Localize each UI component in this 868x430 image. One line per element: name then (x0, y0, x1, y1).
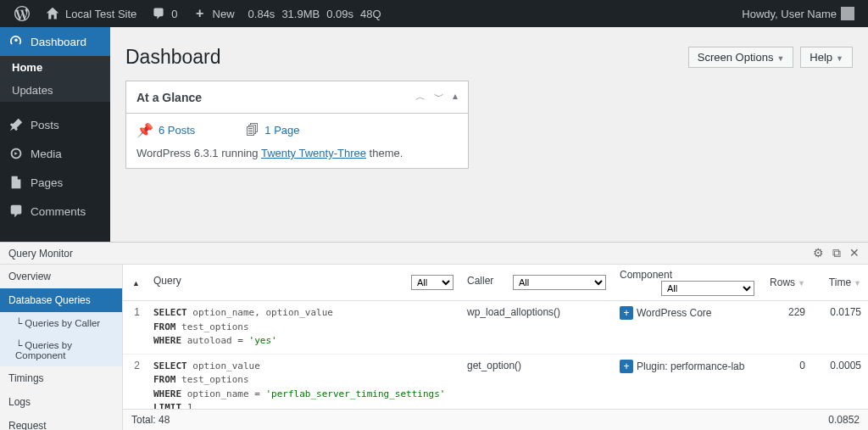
component-filter-select[interactable]: All (661, 281, 754, 296)
menu-dashboard[interactable]: Dashboard (0, 27, 110, 56)
site-name-link[interactable]: Local Test Site (37, 0, 143, 27)
comments-link[interactable]: 0 (143, 0, 184, 27)
col-component: Component All (613, 265, 761, 301)
move-up-icon[interactable]: ︿ (415, 90, 426, 104)
table-row: 1SELECT option_name, option_value FROM t… (123, 301, 868, 355)
qm-db-time: 0.09s (326, 8, 353, 20)
qm-query-count: 48Q (360, 8, 381, 20)
comment-icon (150, 5, 167, 22)
menu-dashboard-label: Dashboard (31, 36, 86, 48)
new-label: New (213, 8, 235, 20)
page-title: Dashboard (125, 46, 221, 69)
gear-icon[interactable]: ⚙ (813, 246, 824, 260)
menu-posts-label: Posts (31, 119, 59, 131)
qm-total: Total: 48 (131, 414, 170, 426)
row-rows: 0 (761, 354, 812, 409)
qm-summary[interactable]: 0.84s 31.9MB 0.09s 48Q (242, 0, 388, 27)
caller-filter-select[interactable]: All (513, 275, 606, 290)
col-index[interactable]: ▲ (123, 265, 147, 301)
menu-posts[interactable]: Posts (0, 110, 110, 139)
menu-comments-label: Comments (31, 205, 86, 218)
howdy-text: Howdy, User Name (742, 8, 837, 20)
comments-icon (8, 204, 24, 219)
maximize-icon[interactable]: ⧉ (832, 246, 841, 260)
menu-comments[interactable]: Comments (0, 197, 110, 226)
sort-icon: ▲ (132, 279, 140, 288)
user-menu[interactable]: Howdy, User Name (735, 0, 861, 27)
submenu-updates[interactable]: Updates (0, 79, 110, 102)
qm-nav-timings[interactable]: Timings (0, 366, 122, 390)
pin-icon: 📌 (136, 122, 153, 138)
qm-memory: 31.9MB (281, 8, 320, 20)
col-time[interactable]: Time▼ (812, 265, 868, 301)
expand-icon[interactable]: + (620, 360, 633, 373)
qm-time: 0.84s (248, 8, 275, 20)
row-index: 2 (123, 354, 147, 409)
sort-icon: ▼ (798, 279, 805, 288)
submenu-home[interactable]: Home (0, 56, 110, 79)
dashboard-icon (8, 34, 24, 49)
comments-count: 0 (171, 8, 177, 20)
qm-nav-logs[interactable]: Logs (0, 390, 122, 414)
new-content-link[interactable]: +New (185, 0, 242, 27)
qm-queries-table: ▲ Query All Caller All Component All Row… (123, 265, 868, 409)
move-down-icon[interactable]: ﹀ (434, 90, 444, 104)
menu-pages[interactable]: Pages (0, 168, 110, 197)
row-caller: wp_load_alloptions() (460, 301, 613, 355)
wordpress-icon (14, 5, 31, 22)
expand-icon[interactable]: + (620, 306, 633, 320)
row-time: 0.0175 (812, 301, 868, 355)
row-query: SELECT option_value FROM test_options WH… (147, 354, 460, 409)
qm-nav-request[interactable]: Request (0, 414, 122, 430)
row-component: +Plugin: performance-lab (613, 354, 761, 409)
at-a-glance-widget: At a Glance ︿ ﹀ ▴ 📌6 Posts 🗐1 Page WordP… (125, 81, 469, 169)
row-time: 0.0005 (812, 354, 868, 409)
query-monitor-panel: Query Monitor ⚙ ⧉ ✕ Overview Database Qu… (0, 242, 868, 430)
theme-link[interactable]: Twenty Twenty-Three (261, 147, 366, 159)
qm-sidebar: Overview Database Queries └ Queries by C… (0, 265, 123, 430)
menu-media-label: Media (31, 148, 62, 160)
menu-pages-label: Pages (31, 176, 63, 189)
row-query: SELECT option_name, option_value FROM te… (147, 301, 460, 355)
table-row: 2SELECT option_value FROM test_options W… (123, 354, 868, 409)
media-icon (8, 146, 24, 161)
menu-media[interactable]: Media (0, 139, 110, 168)
row-component: +WordPress Core (613, 301, 761, 355)
widget-title: At a Glance (136, 91, 202, 104)
site-name: Local Test Site (65, 8, 136, 20)
glance-posts-link[interactable]: 📌6 Posts (136, 122, 195, 138)
query-filter-select[interactable]: All (411, 275, 453, 290)
pin-icon (8, 117, 24, 132)
admin-bar: Local Test Site 0 +New 0.84s 31.9MB 0.09… (0, 0, 868, 27)
qm-nav-queries-by-component[interactable]: └ Queries by Component (0, 334, 122, 366)
wp-version-text: WordPress 6.3.1 running Twenty Twenty-Th… (136, 147, 458, 159)
qm-nav-overview[interactable]: Overview (0, 265, 122, 288)
chevron-down-icon: ▼ (776, 54, 784, 63)
wp-logo[interactable] (7, 0, 37, 27)
row-rows: 229 (761, 301, 812, 355)
collapse-icon[interactable]: ▴ (453, 90, 458, 104)
help-button[interactable]: Help▼ (800, 47, 853, 68)
chevron-down-icon: ▼ (836, 54, 843, 63)
close-icon[interactable]: ✕ (849, 246, 860, 260)
col-rows[interactable]: Rows▼ (761, 265, 812, 301)
qm-nav-database-queries[interactable]: Database Queries (0, 288, 122, 312)
plus-icon: + (192, 5, 209, 22)
page-icon: 🗐 (246, 123, 259, 138)
qm-nav-queries-by-caller[interactable]: └ Queries by Caller (0, 312, 122, 334)
col-query: Query All (147, 265, 460, 301)
page-icon (8, 175, 24, 190)
qm-title: Query Monitor (0, 244, 81, 263)
home-icon (44, 5, 61, 22)
avatar (841, 7, 854, 20)
col-caller: Caller All (460, 265, 613, 301)
row-caller: get_option() (460, 354, 613, 409)
sort-icon: ▼ (854, 279, 861, 288)
row-index: 1 (123, 301, 147, 355)
qm-total-time: 0.0852 (828, 414, 860, 426)
screen-options-button[interactable]: Screen Options▼ (688, 47, 794, 68)
glance-pages-link[interactable]: 🗐1 Page (246, 122, 299, 138)
